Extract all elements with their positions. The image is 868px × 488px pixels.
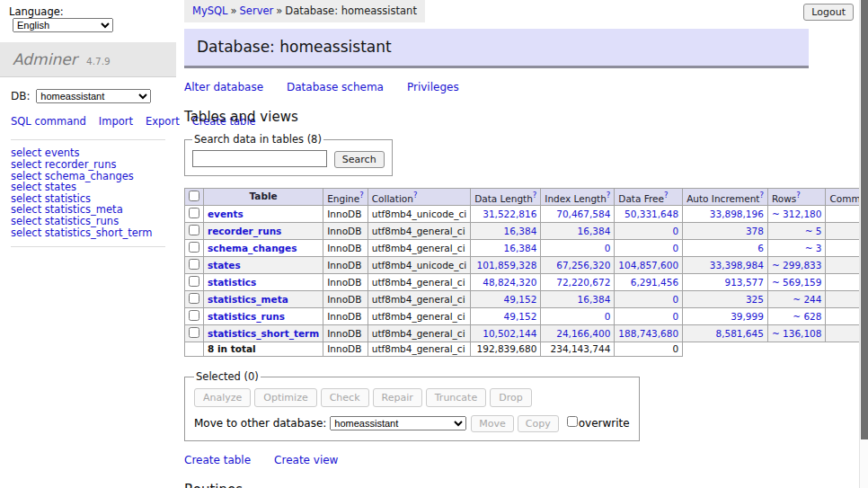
column-help-link[interactable]: ? [533,191,537,200]
breadcrumb: MySQL»Server»Database: homeassistant [184,0,425,22]
data-length-link[interactable]: 10,502,144 [483,328,536,339]
database-action-link[interactable]: Alter database [184,81,263,93]
column-help-link[interactable]: ? [359,191,364,200]
rows-count-link[interactable]: ~ 3 [805,243,822,253]
rows-count-link[interactable]: ~ 5 [805,226,822,236]
truncate-button[interactable]: Truncate [426,388,486,407]
data-free-link[interactable]: 188,743,680 [618,328,678,339]
data-free-link[interactable]: 104,857,600 [618,260,678,271]
row-checkbox[interactable] [189,310,199,321]
table-name-link[interactable]: statistics [208,277,256,288]
data-length-link[interactable]: 16,384 [504,243,537,253]
drop-button[interactable]: Drop [490,388,531,407]
index-length-link[interactable]: 72,220,672 [556,277,610,288]
database-action-link[interactable]: Privileges [407,81,459,93]
index-length-link[interactable]: 16,384 [578,294,611,305]
data-free-link[interactable]: 50,331,648 [624,209,678,219]
row-checkbox[interactable] [189,225,199,235]
rows-count-link[interactable]: ~ 312,180 [772,209,822,219]
repair-button[interactable]: Repair [373,388,422,407]
table-name-link[interactable]: schema_changes [208,243,297,253]
select-all-checkbox[interactable] [189,191,199,201]
table-name-link[interactable]: statistics_meta [208,294,288,305]
sidebar-nav-link[interactable]: SQL command [11,115,86,128]
index-length-link[interactable]: 0 [605,311,611,322]
data-length-link[interactable]: 31,522,816 [483,209,536,219]
index-length-link[interactable]: 24,166,400 [556,328,610,339]
index-length-link[interactable]: 16,384 [578,226,611,236]
data-length-link[interactable]: 16,384 [504,226,537,236]
data-free-link[interactable]: 6,291,456 [631,277,678,288]
search-button[interactable]: Search [334,151,385,168]
index-length-link[interactable]: 70,467,584 [556,209,610,219]
breadcrumb-link-server[interactable]: Server [240,4,274,17]
data-free-link[interactable]: 0 [672,226,678,236]
copy-button[interactable]: Copy [518,415,559,432]
create-link[interactable]: Create table [184,454,251,466]
selected-legend: Selected (0) [194,370,261,383]
table-name-link[interactable]: statistics_runs [208,311,285,322]
auto-increment-link[interactable]: 6 [757,243,764,253]
column-help-link[interactable]: ? [759,191,764,200]
create-link[interactable]: Create view [274,454,338,466]
data-free-link[interactable]: 0 [672,311,678,322]
column-help-link[interactable]: ? [664,191,669,200]
row-checkbox[interactable] [189,327,199,338]
rows-count-link[interactable]: ~ 628 [793,311,821,322]
sidebar-nav-link[interactable]: Export [146,115,180,128]
database-action-link[interactable]: Database schema [287,81,384,93]
total-row: 8 in total InnoDB utf8mb4_general_ci 192… [185,342,868,357]
move-database-select[interactable]: homeassistant [330,416,466,430]
data-length-link[interactable]: 48,824,320 [483,277,536,288]
auto-increment-link[interactable]: 33,398,984 [710,260,764,271]
auto-increment-link[interactable]: 39,999 [731,311,764,322]
sidebar-nav-link[interactable]: Import [99,115,133,128]
row-checkbox[interactable] [189,259,199,270]
overwrite-checkbox[interactable] [567,416,578,427]
select-link[interactable]: select [11,226,41,239]
row-checkbox[interactable] [189,276,199,287]
table-row: statistics_metaInnoDButf8mb4_general_ci4… [185,291,868,308]
auto-increment-link[interactable]: 325 [746,294,764,305]
vertical-scrollbar[interactable] [859,0,868,488]
rows-count-link[interactable]: ~ 136,108 [772,328,822,339]
auto-increment-link[interactable]: 913,577 [725,277,764,288]
data-length-link[interactable]: 49,152 [504,294,537,305]
check-button[interactable]: Check [321,388,369,407]
auto-increment-link[interactable]: 33,898,196 [710,209,764,219]
auto-increment-link[interactable]: 378 [746,226,764,236]
analyze-button[interactable]: Analyze [194,388,251,407]
column-help-link[interactable]: ? [796,191,801,200]
table-name-link[interactable]: recorder_runs [208,226,281,236]
column-help-link[interactable]: ? [413,191,418,200]
move-button[interactable]: Move [471,415,514,432]
breadcrumb-link-mysql[interactable]: MySQL [192,4,228,17]
table-name-link[interactable]: states [208,260,241,271]
data-length-link[interactable]: 49,152 [504,311,537,322]
row-checkbox[interactable] [189,242,199,253]
search-input[interactable] [192,150,327,167]
data-free-link[interactable]: 0 [672,294,678,305]
rows-count-link[interactable]: ~ 244 [793,294,821,305]
data-length-link[interactable]: 101,859,328 [477,260,537,271]
row-checkbox[interactable] [189,208,199,218]
db-select[interactable]: homeassistant [36,89,151,103]
table-name-link[interactable]: events [208,209,244,219]
rows-count-link[interactable]: ~ 299,833 [772,260,822,271]
sidebar-table-link[interactable]: statistics_short_term [45,226,153,239]
language-select[interactable]: English [13,18,113,32]
index-length-link[interactable]: 0 [605,243,611,253]
collation-cell: utf8mb4_unicode_ci [368,206,470,223]
auto-increment-link[interactable]: 8,581,645 [715,328,763,339]
data-free-link[interactable]: 0 [672,243,678,253]
index-length-link[interactable]: 67,256,320 [556,260,610,271]
row-select-cell [185,223,204,240]
row-checkbox[interactable] [189,293,199,304]
scrollbar-thumb[interactable] [861,0,868,439]
table-name-link[interactable]: statistics_short_term [208,328,319,339]
logout-button[interactable]: Logout [803,4,854,21]
column-help-link[interactable]: ? [607,191,611,200]
optimize-button[interactable]: Optimize [254,388,316,407]
app-version: 4.7.9 [86,56,111,67]
rows-count-link[interactable]: ~ 569,159 [772,277,822,288]
